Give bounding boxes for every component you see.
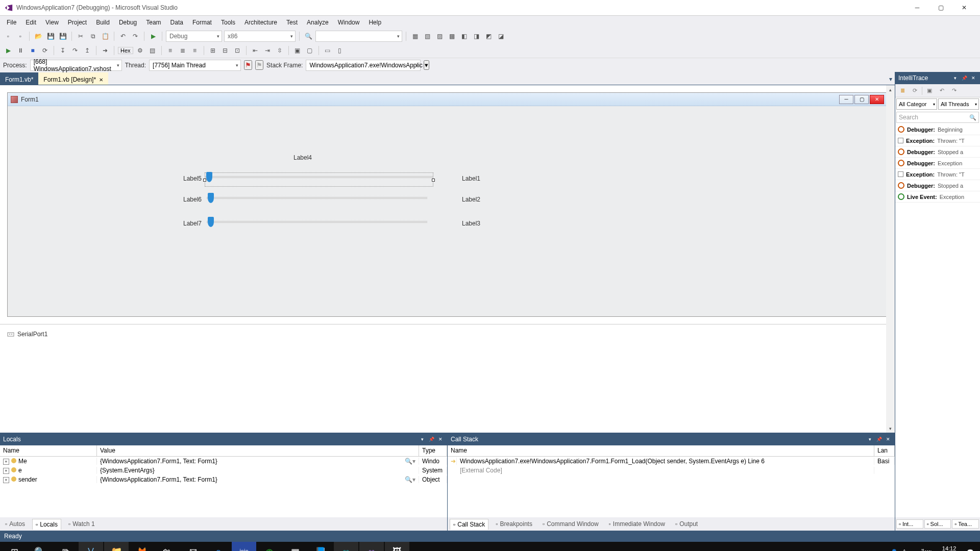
callstack-row[interactable]: ➜WindowsApplication7.exe!WindowsApplicat… bbox=[448, 457, 895, 466]
callstack-grid[interactable]: ➜WindowsApplication7.exe!WindowsApplicat… bbox=[448, 457, 895, 517]
locals-header[interactable]: Locals ▾ 📌 ✕ bbox=[0, 433, 447, 445]
ite-nav-icon[interactable]: ▣ bbox=[924, 86, 935, 96]
ite-event[interactable]: Debugger: Exception bbox=[895, 158, 980, 169]
tray-notifications-icon[interactable]: 💬 bbox=[967, 549, 974, 552]
col-name[interactable]: Name bbox=[0, 445, 97, 456]
menu-test[interactable]: Test bbox=[282, 17, 302, 28]
stackframe-combo[interactable]: WindowsApplication7.exe!WindowsApplic bbox=[306, 60, 421, 71]
tool-tab[interactable]: ▫Int... bbox=[896, 519, 923, 529]
scroll-down-icon[interactable]: ▾ bbox=[886, 424, 895, 433]
spacing-icon-2[interactable]: ⇥ bbox=[262, 45, 273, 56]
task-vs-icon[interactable]: ∞ bbox=[359, 542, 384, 551]
ite-event[interactable]: Live Event: Exception bbox=[895, 191, 980, 203]
close-button[interactable]: ✕ bbox=[952, 0, 976, 15]
scroll-up-icon[interactable]: ▴ bbox=[886, 85, 895, 94]
intellitrace-header[interactable]: IntelliTrace ▾ 📌 ✕ bbox=[895, 72, 980, 84]
task-edge-icon[interactable]: e bbox=[206, 542, 231, 551]
locals-row[interactable]: +sender{WindowsApplication7.Form1, Text:… bbox=[0, 475, 447, 484]
tab-overflow-icon[interactable]: ▾ bbox=[887, 73, 895, 85]
step-out-icon[interactable]: ↥ bbox=[82, 45, 92, 56]
task-store-icon[interactable]: 🛍 bbox=[155, 542, 180, 551]
start-button[interactable]: ⊞ bbox=[2, 542, 27, 551]
layout-icon-1[interactable]: ⊞ bbox=[208, 45, 218, 56]
label7[interactable]: Label7 bbox=[183, 220, 202, 227]
copy-icon[interactable]: ⧉ bbox=[88, 31, 98, 41]
bottom-tab-output[interactable]: ▫Output bbox=[672, 519, 701, 529]
panel-close-icon[interactable]: ✕ bbox=[437, 436, 444, 443]
tray-lang[interactable]: ไทย bbox=[922, 547, 932, 551]
menu-project[interactable]: Project bbox=[63, 17, 91, 28]
bottom-tab-breakpoints[interactable]: ▫Breakpoints bbox=[493, 519, 535, 529]
save-all-icon[interactable]: 💾 bbox=[58, 31, 68, 41]
expand-icon[interactable]: + bbox=[3, 477, 9, 483]
bottom-tab-autos[interactable]: ▫Autos bbox=[2, 519, 28, 529]
redo-icon[interactable]: ↷ bbox=[130, 31, 140, 41]
callstack-header[interactable]: Call Stack ▾ 📌 ✕ bbox=[448, 433, 895, 445]
col-name[interactable]: Name bbox=[448, 445, 874, 456]
ite-list-icon[interactable]: ≣ bbox=[897, 86, 908, 96]
component-tray[interactable]: SerialPort1 bbox=[0, 324, 895, 343]
find-combo[interactable] bbox=[315, 31, 402, 42]
panel-close-icon[interactable]: ✕ bbox=[970, 74, 977, 82]
locals-grid[interactable]: +Me{WindowsApplication7.Form1, Text: For… bbox=[0, 457, 447, 517]
task-app-v[interactable]: V bbox=[79, 542, 103, 551]
panel-pin-icon[interactable]: 📌 bbox=[961, 74, 968, 82]
tray-people-icon[interactable]: 👤 bbox=[891, 549, 898, 552]
step-into-icon[interactable]: ↧ bbox=[58, 45, 68, 56]
spacing-icon-3[interactable]: ⇳ bbox=[275, 45, 285, 56]
step-over-icon[interactable]: ↷ bbox=[70, 45, 80, 56]
start-debug-icon[interactable]: ▶ bbox=[148, 31, 158, 41]
paste-icon[interactable]: 📋 bbox=[100, 31, 110, 41]
task-line-icon[interactable]: ◉ bbox=[257, 542, 282, 551]
tb-icon-g[interactable]: ◩ bbox=[483, 31, 494, 41]
layout-icon-2[interactable]: ⊟ bbox=[220, 45, 230, 56]
col-type[interactable]: Type bbox=[419, 445, 447, 456]
tab-form1-design[interactable]: Form1.vb [Design]* ✕ bbox=[38, 72, 108, 85]
callstack-row[interactable]: [External Code] bbox=[448, 466, 895, 475]
tb-icon-d[interactable]: ▩ bbox=[447, 31, 457, 41]
expand-icon[interactable]: + bbox=[3, 468, 9, 474]
trackbar1-selected[interactable] bbox=[205, 172, 433, 187]
label1[interactable]: Label1 bbox=[462, 175, 480, 182]
menu-format[interactable]: Format bbox=[188, 17, 216, 28]
menu-file[interactable]: File bbox=[2, 17, 21, 28]
trackbar2[interactable] bbox=[207, 194, 427, 206]
dock-icon-1[interactable]: ▭ bbox=[323, 45, 333, 56]
menu-view[interactable]: View bbox=[41, 17, 63, 28]
tab-close-icon[interactable]: ✕ bbox=[99, 77, 103, 83]
menu-analyze[interactable]: Analyze bbox=[302, 17, 333, 28]
form-body[interactable]: Label4 Label5 Label1 Label6 Label2 Label… bbox=[8, 106, 887, 316]
platform-combo[interactable]: x86 bbox=[224, 31, 296, 42]
bottom-tab-command-window[interactable]: ▫Command Window bbox=[540, 519, 602, 529]
task-mail-icon[interactable]: ✉ bbox=[181, 542, 205, 551]
menu-tools[interactable]: Tools bbox=[216, 17, 240, 28]
ite-event[interactable]: Exception: Thrown: "T bbox=[895, 169, 980, 180]
tray-battery-icon[interactable]: ▬ bbox=[911, 549, 917, 551]
process-combo[interactable]: [668] WindowsApplication7.vshost bbox=[30, 60, 122, 71]
panel-close-icon[interactable]: ✕ bbox=[885, 436, 892, 443]
bottom-tab-immediate-window[interactable]: ▫Immediate Window bbox=[606, 519, 668, 529]
task-firefox-icon[interactable]: 🦊 bbox=[130, 542, 154, 551]
ite-event[interactable]: Exception: Thrown: "T bbox=[895, 135, 980, 146]
ite-refresh-icon[interactable]: ⟳ bbox=[910, 86, 920, 96]
label5[interactable]: Label5 bbox=[183, 175, 202, 182]
tool-tab[interactable]: ▫Sol... bbox=[924, 519, 951, 529]
task-arduino-icon[interactable]: ∞ bbox=[334, 542, 358, 551]
show-next-icon[interactable]: ➜ bbox=[100, 45, 110, 56]
serialport-item[interactable]: SerialPort1 bbox=[17, 331, 47, 338]
panel-dropdown-icon[interactable]: ▾ bbox=[866, 436, 873, 443]
panel-dropdown-icon[interactable]: ▾ bbox=[419, 436, 426, 443]
label2[interactable]: Label2 bbox=[462, 196, 480, 203]
tb-icon-c[interactable]: ▨ bbox=[434, 31, 445, 41]
menu-team[interactable]: Team bbox=[141, 17, 165, 28]
menu-window[interactable]: Window bbox=[333, 17, 364, 28]
undo-icon[interactable]: ↶ bbox=[118, 31, 128, 41]
ite-back-icon[interactable]: ↶ bbox=[937, 86, 947, 96]
bottom-tab-watch-1[interactable]: ▫Watch 1 bbox=[65, 519, 98, 529]
task-notes-icon[interactable]: 📘 bbox=[308, 542, 333, 551]
dbg-misc-2[interactable]: ▤ bbox=[148, 45, 158, 56]
tray-chevron-icon[interactable]: ˄ bbox=[903, 549, 906, 552]
new-project-icon[interactable]: ▫ bbox=[3, 31, 13, 41]
bottom-tab-locals[interactable]: ▫Locals bbox=[32, 519, 61, 530]
ite-search-input[interactable]: Search bbox=[896, 112, 979, 123]
